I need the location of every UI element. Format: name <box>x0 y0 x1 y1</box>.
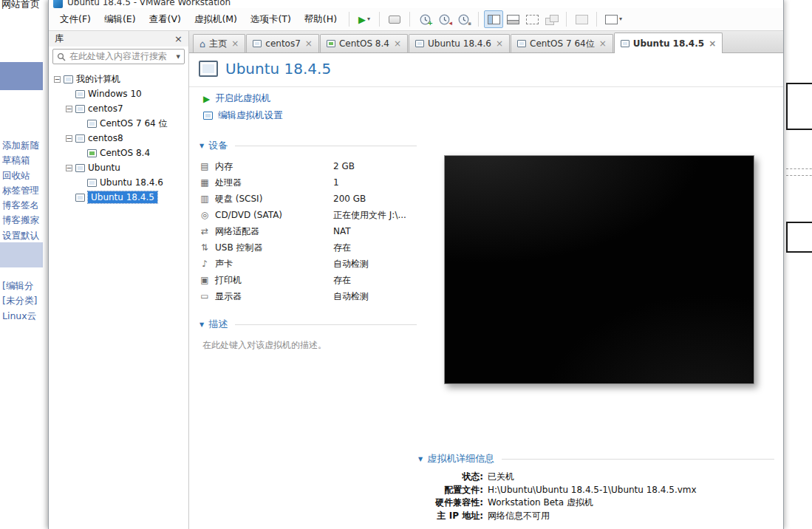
menu-file[interactable]: 文件(F) <box>53 11 98 27</box>
device-row-cddvd[interactable]: ◎CD/DVD (SATA) 正在使用文件 J:\... <box>199 207 417 223</box>
device-row-processors[interactable]: ▦处理器 1 <box>199 174 417 191</box>
vm-details-section: ▼ 虚拟机详细信息 状态: 已关机 配置文件: H:\Ubuntu\Ub <box>418 452 774 522</box>
vm-running-icon <box>327 40 335 47</box>
background-link[interactable]: [未分类] <box>2 295 37 310</box>
library-search-input[interactable]: 在此处键入内容进行搜索 ▼ <box>52 49 185 64</box>
device-row-network[interactable]: ⇄网络适配器 NAT <box>199 223 417 239</box>
collapse-icon[interactable]: − <box>54 76 61 83</box>
tree-item-centos7[interactable]: − centos7 <box>49 101 188 116</box>
description-section-header[interactable]: ▼ 描述 <box>199 318 417 331</box>
details-section-header[interactable]: ▼ 虚拟机详细信息 <box>418 452 774 465</box>
toggle-library-button[interactable] <box>484 10 503 28</box>
caret-down-icon: ▾ <box>619 16 622 22</box>
menu-view[interactable]: 查看(V) <box>143 11 188 27</box>
background-link[interactable]: 博客签名 <box>2 199 39 214</box>
window-titlebar[interactable]: Ubuntu 18.4.5 - VMware Workstation <box>49 0 783 8</box>
background-box <box>786 222 812 253</box>
section-collapse-icon: ▼ <box>199 321 204 328</box>
library-panel: 库 × 在此处键入内容进行搜索 ▼ − 我的计算机 <box>49 31 189 529</box>
fullscreen-button[interactable] <box>522 10 542 28</box>
power-on-vm-link[interactable]: ▶ 开启此虚拟机 <box>203 92 270 105</box>
device-row-harddisk[interactable]: ▥硬盘 (SCSI) 200 GB <box>199 191 417 207</box>
vmware-logo-icon <box>53 0 63 8</box>
vm-icon <box>253 40 262 47</box>
vmware-window: Ubuntu 18.4.5 - VMware Workstation 文件(F)… <box>48 0 784 529</box>
close-tab-icon[interactable]: × <box>305 38 313 49</box>
edit-settings-icon <box>203 112 213 120</box>
device-row-printer[interactable]: ▣打印机 存在 <box>199 272 417 288</box>
collapse-icon[interactable]: − <box>66 165 72 171</box>
close-tab-icon[interactable]: × <box>709 38 716 49</box>
toolbar-separator <box>379 12 380 27</box>
plus-badge-icon: + <box>427 20 433 27</box>
detail-row-hardware-compat: 硬件兼容性: Workstation Beta 虚拟机 <box>418 496 774 510</box>
tab-centos-8-4[interactable]: CentOS 8.4 × <box>320 34 408 52</box>
tab-centos7[interactable]: centos7 × <box>246 34 319 52</box>
collapse-icon[interactable]: − <box>66 135 72 142</box>
close-tab-icon[interactable]: × <box>394 38 401 49</box>
view-dropdown-button[interactable]: ▾ <box>602 10 625 28</box>
background-home-link[interactable]: 网站首页 <box>1 0 40 11</box>
manager-badge-icon: ▪ <box>468 21 471 27</box>
background-link[interactable]: 标签管理 <box>2 185 39 199</box>
section-rule <box>235 146 417 146</box>
close-library-icon[interactable]: × <box>174 33 182 44</box>
background-bottom-links: [编辑分 [未分类] Linux云 <box>2 280 37 325</box>
header-divider <box>189 86 783 87</box>
tree-item-ubuntu-18-4-5[interactable]: Ubuntu 18.4.5 <box>49 190 188 205</box>
collapse-icon[interactable]: − <box>66 106 72 112</box>
snapshot-take-button[interactable]: + <box>415 10 434 28</box>
vm-icon <box>87 120 97 128</box>
toolbar-separator <box>596 12 597 27</box>
sound-card-icon: ♪ <box>199 259 210 269</box>
tree-item-centos8[interactable]: − centos8 <box>49 131 188 146</box>
search-dropdown-icon[interactable]: ▼ <box>177 54 180 60</box>
menu-help[interactable]: 帮助(H) <box>298 11 344 27</box>
background-link[interactable]: [编辑分 <box>2 280 37 295</box>
snapshot-manager-button[interactable]: ▪ <box>454 10 473 28</box>
section-rule <box>235 324 417 325</box>
tab-ubuntu-18-4-5[interactable]: Ubuntu 18.4.5 × <box>614 33 723 53</box>
toggle-thumbnail-bar-button[interactable] <box>503 10 522 28</box>
tree-item-ubuntu[interactable]: − Ubuntu <box>49 160 188 175</box>
close-tab-icon[interactable]: × <box>231 38 239 49</box>
description-placeholder[interactable]: 在此处键入对该虚拟机的描述。 <box>199 339 417 352</box>
tree-item-centos-8-4[interactable]: CentOS 8.4 <box>49 146 188 160</box>
power-on-toolbar-button[interactable]: ▶ ▾ <box>355 10 374 28</box>
ctrl-alt-del-button[interactable] <box>385 10 404 28</box>
tree-item-windows-10[interactable]: Windows 10 <box>49 86 188 101</box>
snapshot-revert-button[interactable]: ◂ <box>434 10 454 28</box>
background-selected-nav-block[interactable] <box>0 62 43 90</box>
unity-mode-icon <box>545 15 558 24</box>
background-link[interactable]: 回收站 <box>2 170 39 185</box>
network-adapter-icon: ⇄ <box>199 226 210 236</box>
toolbar-separator <box>349 12 349 27</box>
tree-item-my-computer[interactable]: − 我的计算机 <box>49 72 188 86</box>
background-dashed-line <box>786 168 812 169</box>
library-title: 库 <box>55 33 64 45</box>
menu-edit[interactable]: 编辑(E) <box>98 11 143 27</box>
unity-button[interactable] <box>542 10 561 28</box>
device-row-memory[interactable]: ▤内存 2 GB <box>199 158 417 174</box>
menu-tabs[interactable]: 选项卡(T) <box>244 11 298 27</box>
tab-ubuntu-18-4-6[interactable]: Ubuntu 18.4.6 × <box>409 34 510 52</box>
vm-screen-thumbnail[interactable] <box>444 155 754 384</box>
tree-item-ubuntu-18-4-6[interactable]: Ubuntu 18.4.6 <box>49 175 188 190</box>
device-row-sound[interactable]: ♪声卡 自动检测 <box>199 256 417 272</box>
close-tab-icon[interactable]: × <box>496 38 503 49</box>
tree-item-centos-7-64[interactable]: CentOS 7 64 位 <box>49 116 188 131</box>
close-tab-icon[interactable]: × <box>599 38 607 49</box>
background-link[interactable]: Linux云 <box>2 310 37 325</box>
device-row-usb[interactable]: ⇅USB 控制器 存在 <box>199 239 417 256</box>
background-link[interactable]: 博客搬家 <box>2 214 39 229</box>
background-link[interactable]: 草稿箱 <box>2 154 39 169</box>
device-row-display[interactable]: ▭显示器 自动检测 <box>199 288 417 304</box>
tab-bar: ⌂ 主页 × centos7 × CentOS 8.4 × <box>189 31 783 53</box>
tab-home[interactable]: ⌂ 主页 × <box>193 34 245 52</box>
devices-section-header[interactable]: ▼ 设备 <box>199 139 417 152</box>
tab-centos-7-64[interactable]: CentOS 7 64位 × <box>511 34 613 52</box>
background-link[interactable]: 添加新随 <box>2 140 39 154</box>
console-button[interactable] <box>572 10 591 28</box>
menu-vm[interactable]: 虚拟机(M) <box>188 11 244 27</box>
edit-vm-settings-link[interactable]: 编辑虚拟机设置 <box>203 109 283 122</box>
